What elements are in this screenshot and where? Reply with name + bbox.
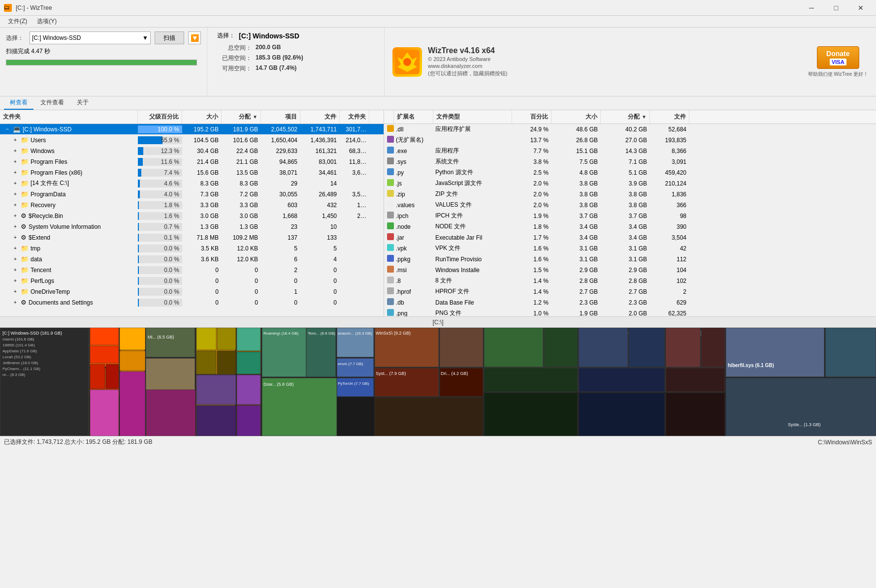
- col-size[interactable]: 大小: [182, 110, 222, 124]
- expand-icon[interactable]: +: [12, 191, 19, 197]
- tree-row[interactable]: + 📁 Tencent 0.0 % 0 0 2 0: [0, 265, 384, 276]
- filter-button[interactable]: 🔽: [188, 31, 201, 44]
- expand-icon[interactable]: +: [12, 224, 19, 229]
- tree-row[interactable]: + ⚙ $Recycle.Bin 1.6 % 3.0 GB 3.0 GB 1,6…: [0, 211, 384, 221]
- col-folder[interactable]: 文件夹: [0, 110, 138, 124]
- tree-row[interactable]: + 📁 tmp 0.0 % 3.5 KB 12.0 KB 5 5: [0, 243, 384, 254]
- ext-cell-alloc: 3.7 GB: [601, 213, 650, 219]
- ext-row[interactable]: .hprof HPROF 文件 1.4 % 2.7 GB 2.7 GB 2: [384, 286, 876, 297]
- menu-options[interactable]: 选项(Y): [33, 16, 61, 27]
- expand-icon[interactable]: +: [12, 181, 19, 186]
- tree-row[interactable]: + 📁 Program Files 11.6 % 21.4 GB 21.1 GB…: [0, 156, 384, 167]
- svg-text:Dow... (5.8 GB): Dow... (5.8 GB): [263, 382, 294, 387]
- tree-row[interactable]: + 📁 Program Files (x86) 7.4 % 15.6 GB 13…: [0, 167, 384, 178]
- ecol-ext[interactable]: 扩展名: [394, 110, 433, 124]
- pct-text: 11.6 %: [138, 158, 182, 165]
- tree-row[interactable]: + 📁 ProgramData 4.0 % 7.3 GB 7.2 GB 30,0…: [0, 189, 384, 200]
- tree-row[interactable]: + 📁 Users 55.9 % 104.5 GB 101.6 GB 1,650…: [0, 135, 384, 146]
- col-pct[interactable]: 父级百分比: [138, 110, 182, 124]
- ext-row[interactable]: .js JavaScript 源文件 2.0 % 3.8 GB 3.9 GB 2…: [384, 178, 876, 189]
- tree-row[interactable]: + ⚙ $Extend 0.1 % 71.8 MB 109.2 MB 137 1…: [0, 232, 384, 243]
- tree-row[interactable]: + 📁 [14 文件在 C:\] 4.6 % 8.3 GB 8.3 GB 29 …: [0, 178, 384, 189]
- status-bar: 已选择文件: 1,743,712 总大小: 195.2 GB 分配: 181.9…: [0, 436, 876, 448]
- ecol-size[interactable]: 大小: [552, 110, 601, 124]
- ext-cell-ext: .node: [394, 223, 433, 230]
- ext-cell-ext: .png: [394, 310, 433, 317]
- tree-row[interactable]: + 📁 Windows 12.3 % 30.4 GB 22.4 GB 229,6…: [0, 146, 384, 156]
- ext-row[interactable]: (无扩展名) 13.7 % 26.8 GB 27.0 GB 193,835: [384, 135, 876, 146]
- ext-row[interactable]: .vpk VPK 文件 1.6 % 3.1 GB 3.1 GB 42: [384, 243, 876, 254]
- ext-row[interactable]: .dll 应用程序扩展 24.9 % 48.6 GB 40.2 GB 52,68…: [384, 124, 876, 135]
- ext-row[interactable]: .ipch IPCH 文件 1.9 % 3.7 GB 3.7 GB 98: [384, 211, 876, 221]
- tab-about[interactable]: 关于: [71, 96, 95, 110]
- expand-icon[interactable]: +: [12, 159, 19, 164]
- ecol-pct[interactable]: 百分比: [512, 110, 552, 124]
- toolbar-right: WizTree v4.16 x64 © 2023 Antibody Softwa…: [384, 28, 876, 96]
- ext-row[interactable]: .png PNG 文件 1.0 % 1.9 GB 2.0 GB 62,325: [384, 308, 876, 316]
- donate-button[interactable]: Donate VISA: [817, 46, 859, 69]
- expand-icon[interactable]: +: [12, 235, 19, 240]
- menu-file[interactable]: 文件(Z): [4, 16, 31, 27]
- expand-icon[interactable]: +: [12, 246, 19, 251]
- expand-icon[interactable]: +: [12, 300, 19, 305]
- ext-row[interactable]: .db Data Base File 1.2 % 2.3 GB 2.3 GB 6…: [384, 297, 876, 308]
- tab-file-view[interactable]: 文件查看: [34, 96, 70, 110]
- ext-row[interactable]: .8 8 文件 1.4 % 2.8 GB 2.8 GB 102: [384, 276, 876, 286]
- ext-row[interactable]: .zip ZIP 文件 2.0 % 3.8 GB 3.8 GB 1,836: [384, 189, 876, 200]
- ext-cell-ext: .db: [394, 299, 433, 306]
- tree-row[interactable]: + ⚙ Documents and Settings 0.0 % 0 0 0 0: [0, 297, 384, 308]
- tree-row[interactable]: + 📁 PerfLogs 0.0 % 0 0 0 0: [0, 276, 384, 286]
- ext-row[interactable]: .node NODE 文件 1.8 % 3.4 GB 3.4 GB 390: [384, 221, 876, 232]
- tree-cell-items: 38,071: [261, 169, 300, 176]
- expand-icon[interactable]: −: [4, 126, 11, 132]
- tab-tree-view[interactable]: 树查看: [4, 96, 33, 110]
- ecol-alloc[interactable]: 分配▼: [601, 110, 650, 124]
- expand-icon[interactable]: +: [12, 148, 19, 154]
- svg-rect-63: [701, 328, 725, 367]
- total-label: 总空间：: [217, 44, 252, 52]
- ext-row[interactable]: .msi Windows Installe 1.5 % 2.9 GB 2.9 G…: [384, 265, 876, 276]
- tree-cell-alloc: 22.4 GB: [222, 148, 261, 155]
- scan-button[interactable]: 扫描: [155, 31, 184, 44]
- ext-cell-ext: (无扩展名): [394, 136, 433, 144]
- pct-bar-cell: 4.6 %: [138, 178, 182, 189]
- expand-icon[interactable]: +: [12, 278, 19, 283]
- close-button[interactable]: ✕: [849, 0, 872, 16]
- tree-row[interactable]: + 📁 Recovery 1.8 % 3.3 GB 3.3 GB 603 432…: [0, 200, 384, 211]
- expand-icon[interactable]: +: [12, 256, 19, 262]
- expand-icon[interactable]: +: [12, 170, 19, 175]
- tree-row[interactable]: + ⚙ System Volume Information 0.7 % 1.3 …: [0, 221, 384, 232]
- tree-row[interactable]: + 📁 data 0.0 % 3.6 KB 12.0 KB 6 4: [0, 254, 384, 265]
- ext-cell-ext: .msi: [394, 267, 433, 274]
- expand-icon[interactable]: +: [12, 137, 19, 143]
- drive-select[interactable]: [C:] Windows-SSD ▼: [30, 31, 151, 44]
- tree-row[interactable]: − 💻 [C:] Windows-SSD 100.0 % 195.2 GB 18…: [0, 124, 384, 135]
- maximize-button[interactable]: □: [825, 0, 847, 16]
- ext-cell-files: 62,325: [650, 310, 689, 317]
- ext-row[interactable]: .py Python 源文件 2.5 % 4.8 GB 5.1 GB 459,4…: [384, 167, 876, 178]
- expand-icon[interactable]: +: [12, 202, 19, 208]
- ecol-type[interactable]: 文件类型: [433, 110, 512, 124]
- expand-icon[interactable]: +: [12, 267, 19, 273]
- ext-row[interactable]: .ppkg RunTime Provisio 1.6 % 3.1 GB 3.1 …: [384, 254, 876, 265]
- col-items[interactable]: 项目: [261, 110, 300, 124]
- ext-cell-alloc: 3.9 GB: [601, 180, 650, 187]
- pct-bar-cell: 1.8 %: [138, 200, 182, 211]
- treemap-panel[interactable]: [C:] Windows-SSD (181.9 GB) Users\ (101.…: [0, 328, 876, 436]
- svg-text:Local\ (53.2 GB): Local\ (53.2 GB): [2, 355, 32, 359]
- expand-icon[interactable]: +: [12, 213, 19, 218]
- col-files[interactable]: 文件: [300, 110, 340, 124]
- ext-row[interactable]: .sys 系统文件 3.8 % 7.5 GB 7.1 GB 3,091: [384, 156, 876, 167]
- ext-row[interactable]: .jar Executable Jar Fil 1.7 % 3.4 GB 3.4…: [384, 232, 876, 243]
- ext-row[interactable]: .values VALUES 文件 2.0 % 3.8 GB 3.8 GB 36…: [384, 200, 876, 211]
- expand-icon[interactable]: +: [12, 289, 19, 294]
- select-label: 选择：: [6, 34, 26, 42]
- col-alloc[interactable]: 分配▼: [222, 110, 261, 124]
- col-folders[interactable]: 文件夹: [340, 110, 369, 124]
- tree-row[interactable]: + 📁 OneDriveTemp 0.0 % 0 0 1 0: [0, 286, 384, 297]
- tree-cell-folders: 214,0…: [340, 137, 369, 144]
- ecol-files[interactable]: 文件: [650, 110, 689, 124]
- minimize-button[interactable]: ─: [800, 0, 823, 16]
- ext-cell-pct: 1.7 %: [512, 234, 552, 241]
- ext-row[interactable]: .exe 应用程序 7.7 % 15.1 GB 14.3 GB 8,366: [384, 146, 876, 156]
